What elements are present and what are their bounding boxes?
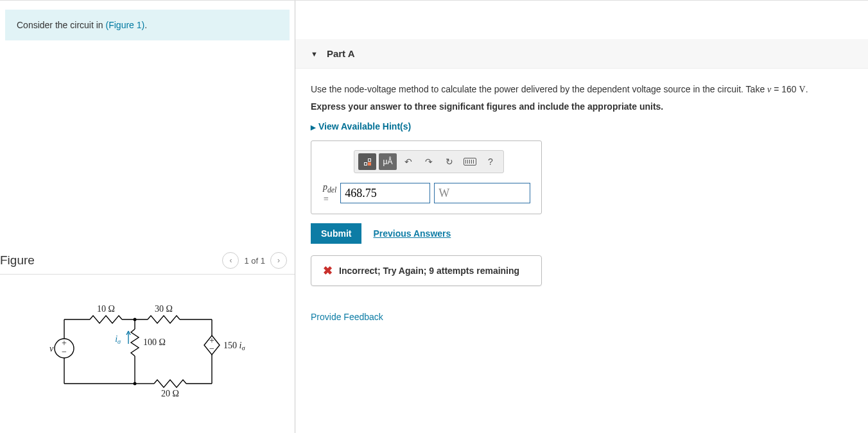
reset-button[interactable]: ↻ [440,153,458,170]
express-text: Express your answer to three significant… [311,100,853,114]
equation-toolbar: μÅ ↶ ↷ ↻ ? [354,150,504,173]
figure-link[interactable]: (Figure 1) [106,20,145,30]
figure-next-button[interactable]: › [270,252,287,269]
svg-point-13 [134,318,137,321]
prompt-suffix: . [144,20,147,30]
svg-text:iσ: iσ [115,334,121,345]
help-button[interactable]: ? [482,153,499,170]
undo-button[interactable]: ↶ [399,153,417,170]
submit-button[interactable]: Submit [311,223,361,244]
instruction-text: Use the node-voltage method to calculate… [311,83,853,96]
figure-prev-button[interactable]: ‹ [222,252,239,269]
part-title: Part A [327,48,355,59]
r20-label: 20 Ω [161,389,179,398]
feedback-text: Incorrect; Try Again; 9 attempts remaini… [339,266,519,276]
symbols-button[interactable]: μÅ [379,153,397,170]
caret-right-icon: ▶ [311,124,316,131]
figure-pager: ‹ 1 of 1 › [222,252,287,269]
templates-icon [364,158,371,166]
prompt-prefix: Consider the circuit in [17,20,106,30]
view-hints-link[interactable]: ▶View Available Hint(s) [311,121,411,132]
answer-units-input[interactable] [434,183,530,203]
previous-answers-link[interactable]: Previous Answers [373,228,451,239]
keyboard-icon [464,158,476,166]
svg-text:150 iσ: 150 iσ [223,341,245,352]
r30-label: 30 Ω [155,304,173,314]
r10-label: 10 Ω [97,304,115,314]
incorrect-icon: ✖ [323,264,333,278]
problem-prompt: Consider the circuit in (Figure 1). [5,10,290,40]
r100-label: 100 Ω [143,337,166,347]
feedback-box: ✖ Incorrect; Try Again; 9 attempts remai… [311,255,542,286]
svg-point-14 [134,382,137,386]
svg-text:−: − [62,347,67,357]
figure-title: Figure [0,253,35,267]
svg-text:−: − [209,344,214,353]
provide-feedback-link[interactable]: Provide Feedback [311,312,853,322]
v-source-label: v [49,344,54,353]
circuit-diagram: + − + − 10 Ω 30 Ω 100 Ω 20 Ω v iσ [0,275,295,418]
redo-button[interactable]: ↷ [420,153,438,170]
svg-text:+: + [62,338,67,348]
answer-label: pdel = [323,182,336,205]
answer-area: μÅ ↶ ↷ ↻ ? pdel = [311,140,542,214]
answer-value-input[interactable] [340,183,430,203]
keyboard-button[interactable] [461,153,479,170]
templates-button[interactable] [358,153,376,170]
part-header: ▼ Part A [295,39,868,69]
figure-pager-text: 1 of 1 [244,256,265,266]
collapse-icon[interactable]: ▼ [311,50,318,58]
